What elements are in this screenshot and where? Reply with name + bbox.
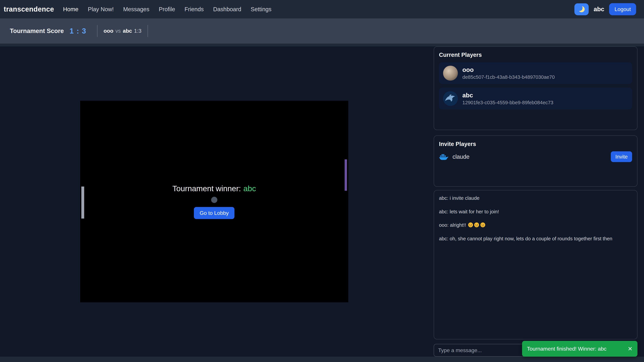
navbar: transcendence HomePlay Now!MessagesProfi… — [0, 0, 644, 18]
nav-item-profile[interactable]: Profile — [159, 6, 175, 12]
moon-icon — [578, 6, 585, 12]
dolphin-avatar-icon — [443, 91, 458, 106]
match-vs-label: vs — [116, 28, 121, 34]
chat-message: abc: i invite claude — [439, 195, 632, 201]
invite-players-title: Invite Players — [439, 141, 632, 147]
toast-close-icon[interactable]: ✕ — [628, 346, 632, 352]
go-to-lobby-button[interactable]: Go to Lobby — [194, 207, 234, 219]
username-label: abc — [594, 6, 604, 13]
invite-list: claudeInvite — [439, 151, 632, 162]
nav-item-home[interactable]: Home — [63, 6, 78, 12]
tournament-score-bar: Tournament Score 1 : 3 ooo vs abc 1:3 — [0, 18, 644, 43]
main-content: Tournament winner:abc Go to Lobby Curren… — [0, 46, 644, 357]
current-players-title: Current Players — [439, 52, 632, 58]
game-overlay: Tournament winner:abc Go to Lobby — [80, 101, 348, 302]
app-brand: transcendence — [4, 5, 54, 13]
app-viewport: transcendence HomePlay Now!MessagesProfi… — [0, 0, 644, 362]
main-nav: HomePlay Now!MessagesProfileFriendsDashb… — [63, 6, 272, 12]
player-id: 12901fe3-c035-4559-bbe9-89feb084ec73 — [462, 100, 553, 105]
chat-message: abc: lets wait for her to join! — [439, 209, 632, 215]
winner-label: Tournament winner: — [172, 184, 241, 193]
smiley-emoji-icon — [468, 222, 473, 228]
player-name: abc — [462, 92, 553, 99]
game-canvas: Tournament winner:abc Go to Lobby — [80, 101, 348, 302]
player-card: ooode85c507-f1cb-43a8-b343-b4897030ae70 — [439, 62, 632, 84]
toast-notification: Tournament finished! Winner: abc ✕ — [522, 341, 638, 357]
chat-message: ooo: alright!! — [439, 222, 632, 228]
docker-whale-icon — [439, 153, 448, 160]
player-id: de85c507-f1cb-43a8-b343-b4897030ae70 — [462, 74, 554, 80]
match-player2: abc — [123, 28, 132, 34]
planet-avatar-icon — [443, 66, 458, 80]
player-card: abc12901fe3-c035-4559-bbe9-89feb084ec73 — [439, 88, 632, 109]
tournament-score-value: 1 : 3 — [70, 27, 86, 35]
nav-item-settings[interactable]: Settings — [251, 6, 272, 12]
match-score: 1:3 — [134, 28, 142, 34]
chat-message: abc: oh, she cannot play right now, lets… — [439, 236, 632, 242]
players-list: ooode85c507-f1cb-43a8-b343-b4897030ae70a… — [439, 62, 632, 110]
player-name: ooo — [462, 66, 554, 73]
invite-button[interactable]: Invite — [611, 151, 632, 162]
nav-item-dashboard[interactable]: Dashboard — [213, 6, 241, 12]
current-players-panel: Current Players ooode85c507-f1cb-43a8-b3… — [434, 46, 638, 130]
winner-text: Tournament winner:abc — [172, 184, 256, 193]
nav-item-friends[interactable]: Friends — [184, 6, 204, 12]
game-area: Tournament winner:abc Go to Lobby — [0, 46, 428, 357]
nav-item-play-now[interactable]: Play Now! — [88, 6, 114, 12]
invite-players-panel: Invite Players claudeInvite — [434, 135, 638, 187]
ball — [211, 197, 217, 203]
toast-message: Tournament finished! Winner: abc — [527, 346, 606, 352]
invite-row: claudeInvite — [439, 151, 632, 162]
navbar-right: abc Logout — [574, 3, 636, 15]
smiley-emoji-icon — [480, 222, 486, 228]
sidebar: Current Players ooode85c507-f1cb-43a8-b3… — [428, 46, 644, 357]
nav-item-messages[interactable]: Messages — [123, 6, 149, 12]
smiley-emoji-icon — [474, 222, 479, 228]
match-summary: ooo vs abc 1:3 — [97, 25, 148, 37]
invite-player-name: claude — [452, 153, 470, 160]
chat-panel: abc: i invite claudeabc: lets wait for h… — [434, 190, 638, 339]
logout-button[interactable]: Logout — [609, 3, 636, 15]
tournament-score-label: Tournament Score — [10, 27, 64, 34]
theme-toggle-button[interactable] — [574, 3, 589, 15]
winner-name: abc — [243, 184, 256, 193]
match-player1: ooo — [104, 28, 113, 34]
